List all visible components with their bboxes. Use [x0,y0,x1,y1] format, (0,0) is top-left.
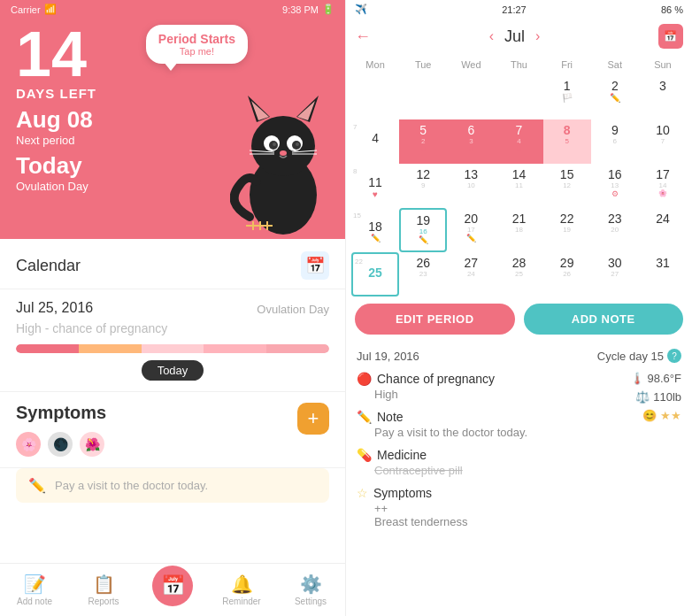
cal-cell-8[interactable]: 8 5 [543,119,591,164]
period-dot-5 [421,147,426,151]
nav-reminder-label: Reminder [222,597,260,606]
medicine-value: Contraceptive pill [357,464,630,477]
symptoms-section: Symptoms 🌸 🌑 🌺 + [0,392,345,468]
detail-date: Jul 19, 2016 [357,350,419,363]
battery-icon: 🔋 [322,4,334,15]
cal-cell-17[interactable]: 17 14 🌸 [639,164,687,208]
cal-cell-20[interactable]: 20 17 ✏️ [447,208,495,252]
nav-reports-label: Reports [88,597,119,606]
weight-icon: ⚖️ [635,390,650,404]
cal-cell-6[interactable]: 6 3 [447,119,495,164]
note-box: ✏️ Pay a visit to the doctor today. [16,468,329,503]
stars-value: 😊 ★★ [642,409,681,422]
cal-cell-12[interactable]: 12 9 [399,164,447,208]
cal-cell-26[interactable]: 26 23 [399,252,447,296]
calendar-body: 1🏳️ 2✏️ 3 7 4 5 2 6 3 7 4 [351,75,687,296]
symptoms-title: Symptoms [16,403,297,423]
back-button[interactable]: ← [355,27,371,46]
month-nav: ‹ Jul › [489,27,541,46]
home-nav-icon[interactable]: 📅 [152,566,193,606]
speech-bubble-title: Period Starts [158,32,235,46]
day-sun: Sun [639,56,687,73]
cal-cell-29[interactable]: 29 26 [543,252,591,296]
cal-cell-24[interactable]: 24 [639,208,687,252]
cal-cell-30[interactable]: 30 27 [591,252,639,296]
add-note-button[interactable]: ADD NOTE [524,304,684,335]
symptoms-item: ☆ Symptoms ++ Breast tenderness [357,486,630,528]
edit-period-button[interactable]: EDIT PERIOD [355,304,515,335]
cal-cell-9[interactable]: 9 6 [591,119,639,164]
settings-nav-icon: ⚙️ [300,574,322,595]
cal-cell-13[interactable]: 13 10 [447,164,495,208]
cal-cell-15[interactable]: 15 12 [543,164,591,208]
cycle-day-text: Cycle day 15 [597,350,664,363]
cal-cell-21[interactable]: 21 18 [495,208,542,252]
nav-add-note[interactable]: 📝 Add note [0,574,69,606]
cal-cell-28[interactable]: 28 25 [495,252,542,296]
next-month-button[interactable]: › [535,28,540,44]
note-icon: ✏️ [357,410,372,424]
flower-icon-17: 🌸 [658,189,667,197]
symptoms-header: ☆ Symptoms [357,486,630,500]
day-fri: Fri [543,56,591,73]
medicine-title: Medicine [377,448,427,462]
cal-cell-19[interactable]: 19 16 ✏️ [399,208,447,252]
detail-section: Jul 19, 2016 Cycle day 15 ? 🔴 Chance of … [346,342,692,616]
prev-month-button[interactable]: ‹ [489,28,494,44]
cal-cell-empty4 [495,75,542,119]
symptoms-left: Symptoms 🌸 🌑 🌺 [16,403,297,457]
help-button[interactable]: ? [667,349,681,363]
right-panel: ✈️ 21:27 86 % ← ‹ Jul › 📅 Mon Tue Wed Th… [345,0,692,616]
nav-settings-label: Settings [295,597,327,606]
nav-add-note-label: Add note [17,597,52,606]
cat-svg [230,80,336,239]
cal-cell-3[interactable]: 3 [639,75,687,119]
edit-icon-2: ✏️ [610,93,620,103]
left-panel: Carrier 📶 9:38 PM 🔋 14 DAYS LEFT Aug 08 … [0,0,345,616]
action-buttons: EDIT PERIOD ADD NOTE [346,296,692,342]
cal-cell-31[interactable]: 31 [639,252,687,296]
nav-reminder[interactable]: 🔔 Reminder [207,574,276,606]
cal-cell-10[interactable]: 10 7 [639,119,687,164]
left-header: Carrier 📶 9:38 PM 🔋 14 DAYS LEFT Aug 08 … [0,0,345,239]
symptoms-detail: Breast tenderness [357,515,630,528]
stars-text: ★★ [660,409,681,422]
cal-cell-4[interactable]: 7 4 [351,119,399,164]
add-symptom-button[interactable]: + [297,403,329,435]
nav-reports[interactable]: 📋 Reports [69,574,138,606]
cal-cell-16[interactable]: 16 13 ⚙ [591,164,639,208]
cal-cell-11[interactable]: 8 11 ♥ [351,164,399,208]
cal-cell-27[interactable]: 27 24 [447,252,495,296]
note-text: Pay a visit to the doctor today. [55,479,208,492]
cal-cell-1[interactable]: 1🏳️ [543,75,591,119]
speech-bubble[interactable]: Period Starts Tap me! [146,25,248,64]
cal-cell-18[interactable]: 15 18 ✏️ [351,208,399,252]
bottom-nav: 📝 Add note 📋 Reports 📅 🔔 Reminder ⚙️ Set… [0,563,345,616]
cal-cell-14[interactable]: 14 11 [495,164,542,208]
cal-cell-2[interactable]: 2✏️ [591,75,639,119]
cal-cell-22[interactable]: 22 19 [543,208,591,252]
right-header: ← ‹ Jul › 📅 [346,19,692,54]
today-badge[interactable]: Today [142,360,204,381]
cal-cell-25[interactable]: 22 25 [351,252,399,296]
pregnancy-value: High [357,388,630,401]
period-dot-7 [517,147,521,151]
symptoms-value: ++ [357,502,630,515]
day-sat: Sat [591,56,639,73]
calendar-title: Calendar [16,257,81,275]
right-battery: 86 % [661,4,683,15]
right-status-bar: ✈️ 21:27 86 % [346,0,692,19]
note-value: Pay a visit to the doctor today. [357,426,630,439]
period-dot-6 [469,147,473,151]
cal-cell-23[interactable]: 23 20 [591,208,639,252]
cal-cell-5[interactable]: 5 2 [399,119,447,164]
cal-icon-symbol: 📅 [664,30,677,42]
calendar-icon[interactable]: 📅 [301,251,329,280]
today-calendar-icon[interactable]: 📅 [658,24,683,49]
nav-home[interactable]: 📅 [138,574,207,606]
symptom-star-icon: ☆ [357,486,368,500]
nav-settings[interactable]: ⚙️ Settings [276,574,345,606]
medicine-icon: 💊 [357,448,372,462]
cal-cell-7[interactable]: 7 4 [495,119,542,164]
cat-mascot [230,80,336,239]
